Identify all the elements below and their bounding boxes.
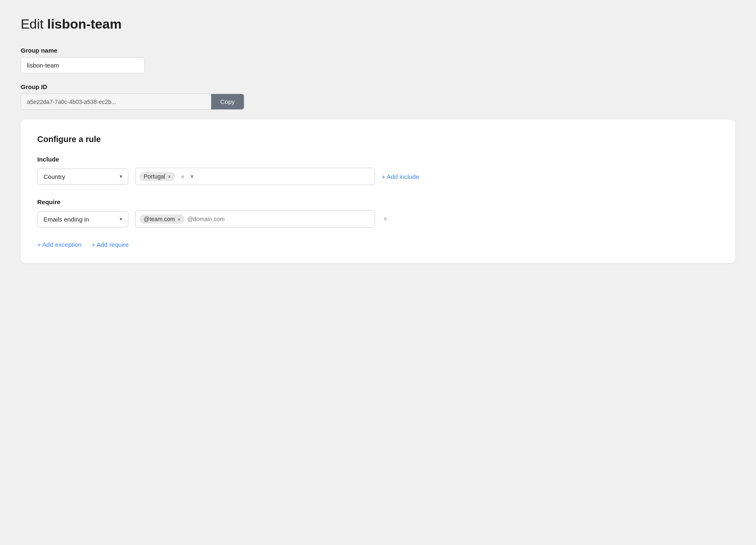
rule-card: Configure a rule Include Country ▾ Portu…: [21, 120, 735, 263]
tag-label: @team.com: [144, 216, 175, 222]
bottom-links: + Add exception + Add require: [37, 241, 719, 248]
dropdown-expand-icon[interactable]: ▾: [189, 172, 195, 181]
tag-input-controls: × ▾: [179, 172, 195, 181]
portugal-tag: Portugal ×: [140, 172, 175, 181]
add-include-link[interactable]: + Add include: [382, 173, 419, 180]
rule-card-title: Configure a rule: [37, 135, 719, 144]
tag-label: Portugal: [144, 173, 165, 180]
domain-input[interactable]: [187, 216, 371, 222]
group-name-label: Group name: [21, 47, 735, 54]
group-id-value: a5e22da7-7a0c-4b03-a538-ec2b...: [21, 94, 211, 109]
require-dropdown[interactable]: Emails ending in ▾: [37, 211, 128, 227]
tag-close-icon-2[interactable]: ×: [178, 217, 181, 222]
add-require-link[interactable]: + Add require: [91, 241, 129, 248]
remove-require-row-icon[interactable]: ×: [382, 214, 389, 224]
include-section: Include Country ▾ Portugal × × ▾ + Add i…: [37, 156, 719, 185]
group-name-input[interactable]: [21, 57, 145, 73]
require-row: Emails ending in ▾ @team.com × ×: [37, 210, 719, 228]
team-com-tag: @team.com ×: [140, 215, 185, 224]
tag-close-icon[interactable]: ×: [168, 174, 171, 179]
require-label: Require: [37, 198, 719, 205]
include-dropdown-value: Country: [43, 173, 65, 180]
require-dropdown-value: Emails ending in: [43, 216, 89, 223]
copy-button[interactable]: Copy: [211, 94, 244, 109]
add-exception-link[interactable]: + Add exception: [37, 241, 82, 248]
chevron-down-icon-require: ▾: [120, 216, 122, 222]
group-id-row: a5e22da7-7a0c-4b03-a538-ec2b... Copy: [21, 94, 244, 110]
include-row: Country ▾ Portugal × × ▾ + Add include: [37, 168, 719, 185]
group-id-label: Group ID: [21, 83, 735, 90]
group-id-section: Group ID a5e22da7-7a0c-4b03-a538-ec2b...…: [21, 83, 735, 110]
page-title: Edit lisbon-team: [21, 17, 735, 32]
group-name-section: Group name: [21, 47, 735, 73]
clear-icon[interactable]: ×: [179, 172, 186, 181]
include-dropdown[interactable]: Country ▾: [37, 169, 128, 185]
require-tag-input[interactable]: @team.com ×: [135, 210, 375, 228]
require-section: Require Emails ending in ▾ @team.com × ×: [37, 198, 719, 228]
include-label: Include: [37, 156, 719, 163]
chevron-down-icon: ▾: [120, 174, 122, 179]
include-tag-input[interactable]: Portugal × × ▾: [135, 168, 375, 185]
